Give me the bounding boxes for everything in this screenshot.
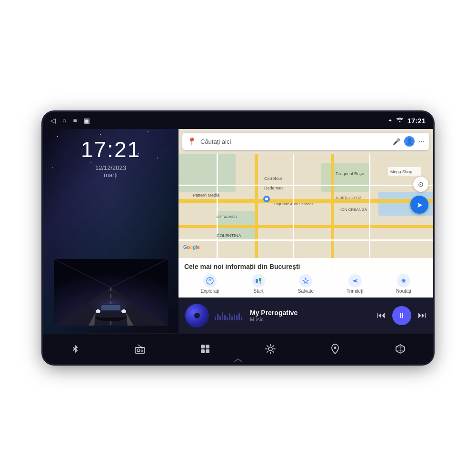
maps-info-title: Cele mai noi informații din București <box>184 263 427 270</box>
svg-rect-16 <box>321 163 369 192</box>
svg-rect-54 <box>201 345 205 348</box>
bluetooth-icon <box>70 344 80 354</box>
clock-date: 12/12/2023 <box>81 164 140 171</box>
maps-nav-icons: Explorați Start Salvate <box>184 274 427 294</box>
apps-icon <box>200 344 210 354</box>
music-prev-button[interactable]: ⏮ <box>377 310 386 320</box>
music-section: My Prerogative Music ⏮ ⏸ ⏭ <box>178 298 433 333</box>
maps-nav-send[interactable]: Trimiteți <box>347 274 363 294</box>
svg-rect-45 <box>259 278 261 281</box>
svg-point-58 <box>268 347 272 351</box>
home-icon[interactable]: ○ <box>62 117 66 124</box>
svg-text:Google: Google <box>183 245 200 250</box>
music-play-button[interactable]: ⏸ <box>392 306 411 325</box>
svg-text:Carrefour: Carrefour <box>264 176 282 181</box>
maps-nav-start-label: Start <box>253 288 263 294</box>
maps-nav-start[interactable]: Start <box>252 274 265 294</box>
svg-text:Pattern Media: Pattern Media <box>193 193 219 198</box>
eq-bar-1 <box>215 317 216 320</box>
clock-day: marți <box>81 171 140 178</box>
maps-mic-icon[interactable]: 🎤 <box>393 138 400 145</box>
svg-text:Exquisite Auto Services: Exquisite Auto Services <box>274 202 314 206</box>
svg-text:Dragonul Roșu: Dragonul Roșu <box>336 171 364 176</box>
maps-account-icon[interactable]: 👤 <box>404 136 415 147</box>
car-tunnel-image <box>54 259 168 326</box>
svg-text:Dedeman: Dedeman <box>264 186 283 190</box>
maps-recenter-button[interactable]: ⊙ <box>413 177 428 192</box>
svg-marker-43 <box>208 278 211 281</box>
maps-nav-saved[interactable]: Salvate <box>298 274 314 294</box>
nav-radio[interactable] <box>134 344 146 354</box>
maps-section[interactable]: Pattern Media Carrefour Dragonul Roșu De… <box>178 129 433 298</box>
svg-point-10 <box>121 309 126 313</box>
music-album-art <box>185 304 209 327</box>
svg-point-49 <box>137 349 140 352</box>
svg-text:JUDEȚUL ILFOV: JUDEȚUL ILFOV <box>336 196 361 200</box>
eq-bar-3 <box>219 316 221 320</box>
maps-nav-saved-label: Salvate <box>298 288 314 294</box>
music-controls: ⏮ ⏸ ⏭ <box>377 306 426 325</box>
maps-icon <box>330 343 340 355</box>
maps-nav-news[interactable]: Noutăți <box>396 274 411 294</box>
svg-rect-55 <box>206 345 209 348</box>
back-icon[interactable]: ◁ <box>50 117 56 124</box>
eq-bar-8 <box>231 316 233 320</box>
nav-settings[interactable] <box>265 343 276 355</box>
music-info: My Prerogative Music <box>250 309 371 322</box>
svg-point-41 <box>265 198 268 200</box>
svg-text:ION CREANGĂ: ION CREANGĂ <box>340 208 367 212</box>
music-title: My Prerogative <box>250 309 371 317</box>
svg-rect-57 <box>206 349 209 353</box>
bottom-nav <box>43 333 433 364</box>
maps-nav-send-label: Trimiteți <box>347 288 363 294</box>
maps-search-bar[interactable]: 📍 Căutați aici 🎤 👤 ⋯ <box>182 133 429 150</box>
music-subtitle: Music <box>250 317 371 322</box>
svg-text:OFTALMED: OFTALMED <box>217 215 237 219</box>
svg-rect-25 <box>217 154 218 273</box>
screenshot-icon[interactable]: ▣ <box>84 117 90 124</box>
svg-line-53 <box>138 345 142 347</box>
maps-search-text: Căutați aici <box>200 138 389 145</box>
maps-navigate-button[interactable]: ➤ <box>410 196 428 214</box>
status-bar-right: ✦ 17:21 <box>388 117 426 125</box>
eq-bar-4 <box>222 312 223 320</box>
status-bar: ◁ ○ ≡ ▣ ✦ 17:21 <box>43 112 433 129</box>
svg-rect-26 <box>293 154 294 273</box>
bluetooth-status-icon: ✦ <box>388 118 392 124</box>
eq-bar-2 <box>217 314 218 320</box>
svg-rect-22 <box>331 154 334 273</box>
eq-bar-12 <box>241 317 242 320</box>
svg-point-59 <box>334 347 337 349</box>
svg-text:COLENTINA: COLENTINA <box>217 233 241 238</box>
nav-apps[interactable] <box>200 344 210 354</box>
svg-rect-13 <box>101 305 120 310</box>
wifi-icon <box>396 118 404 123</box>
nav-bluetooth[interactable] <box>70 344 80 354</box>
clock-time: 17:21 <box>81 137 140 162</box>
music-next-button[interactable]: ⏭ <box>418 310 426 320</box>
svg-text:Mega Shop: Mega Shop <box>390 169 412 174</box>
settings-icon <box>265 343 276 355</box>
menu-icon[interactable]: ≡ <box>73 117 77 124</box>
eq-bar-9 <box>234 314 235 320</box>
maps-pin-icon: 📍 <box>187 137 197 146</box>
svg-point-9 <box>96 309 100 313</box>
maps-more-icon[interactable]: ⋯ <box>418 138 425 145</box>
left-panel: 17:21 12/12/2023 marți <box>43 129 178 333</box>
svg-rect-21 <box>255 154 258 273</box>
maps-info-panel: Cele mai noi informații din București Ex… <box>178 258 433 298</box>
clock-section: 17:21 12/12/2023 marți <box>81 137 140 178</box>
cube-icon <box>395 343 406 355</box>
svg-rect-27 <box>369 154 370 273</box>
maps-nav-news-label: Noutăți <box>396 288 411 294</box>
maps-nav-explore[interactable]: Explorați <box>200 274 219 294</box>
radio-icon <box>134 344 146 354</box>
nav-up-arrow[interactable] <box>233 357 243 364</box>
svg-rect-44 <box>256 279 258 283</box>
status-bar-left: ◁ ○ ≡ ▣ <box>50 117 90 124</box>
nav-maps[interactable] <box>330 343 340 355</box>
maps-nav-explore-label: Explorați <box>200 288 219 294</box>
nav-3d[interactable] <box>395 343 406 355</box>
eq-bar-5 <box>224 315 226 320</box>
eq-bar-6 <box>227 317 228 320</box>
